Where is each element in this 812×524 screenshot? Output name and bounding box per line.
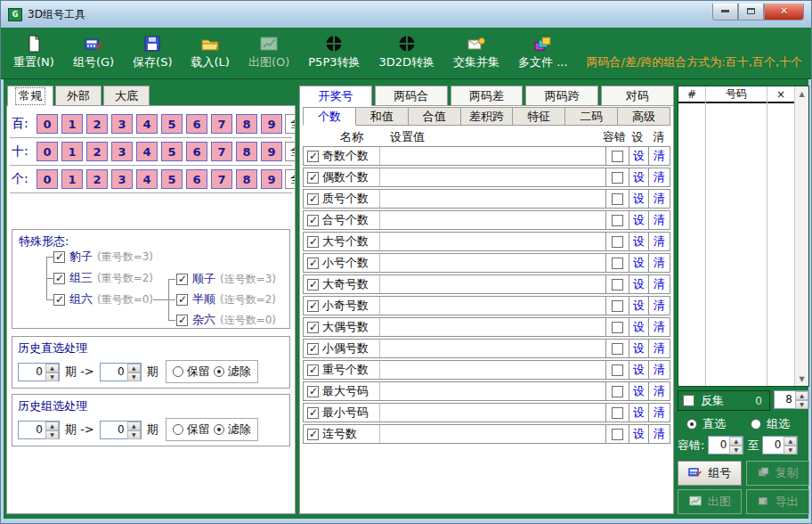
- tab-paired-code[interactable]: 对码: [601, 86, 674, 106]
- digit-button[interactable]: 4: [136, 169, 158, 189]
- digit-button[interactable]: 9: [261, 142, 282, 161]
- toolbar-multifile-button[interactable]: 多文件 ...: [518, 32, 568, 70]
- row-enable-checkbox[interactable]: [307, 386, 319, 397]
- digit-button[interactable]: 0: [37, 114, 58, 134]
- tab-feature[interactable]: 特征: [512, 107, 565, 126]
- row-enable-checkbox[interactable]: [307, 193, 319, 205]
- tab-dadi[interactable]: 大底: [103, 86, 150, 106]
- tab-two-code-span[interactable]: 两码跨: [525, 86, 598, 106]
- tolerance-checkbox[interactable]: [612, 407, 623, 419]
- row-enable-checkbox[interactable]: [307, 429, 319, 440]
- digit-button[interactable]: 2: [86, 114, 108, 134]
- select-all-dropdown[interactable]: 全 ▼: [285, 142, 296, 161]
- row-enable-checkbox[interactable]: [307, 236, 319, 248]
- minimize-button[interactable]: [712, 4, 738, 20]
- set-link[interactable]: 设: [629, 318, 648, 336]
- tolerance-checkbox[interactable]: [612, 236, 623, 248]
- clear-link[interactable]: 清: [648, 190, 670, 208]
- row-enable-checkbox[interactable]: [307, 172, 319, 184]
- digit-button[interactable]: 5: [161, 169, 183, 189]
- clear-link[interactable]: 清: [648, 211, 670, 229]
- close-button[interactable]: ✕: [764, 4, 804, 20]
- spinner-arrows-icon[interactable]: ▲▼: [127, 364, 141, 381]
- row-enable-checkbox[interactable]: [307, 364, 319, 376]
- tab-two-code-sum[interactable]: 两码合: [375, 86, 448, 106]
- tolerance-checkbox[interactable]: [612, 215, 623, 226]
- digit-button[interactable]: 6: [186, 142, 207, 161]
- tab-external[interactable]: 外部: [55, 86, 102, 106]
- digit-button[interactable]: 1: [61, 169, 83, 189]
- tolerance-checkbox[interactable]: [612, 279, 623, 291]
- toolbar-group-button[interactable]: 组号(G): [73, 32, 114, 70]
- clear-link[interactable]: 清: [648, 340, 670, 357]
- set-link[interactable]: 设: [629, 275, 648, 293]
- history-group-from-spinner[interactable]: 0 ▲▼: [18, 421, 60, 439]
- tab-count[interactable]: 个数: [303, 107, 356, 126]
- tab-normal[interactable]: 常规: [7, 86, 53, 106]
- history-direct-to-spinner[interactable]: 0 ▲▼: [100, 363, 142, 381]
- chart-button[interactable]: 出图: [678, 489, 742, 514]
- digit-button[interactable]: 3: [111, 142, 133, 161]
- toolbar-3d2d-button[interactable]: 3D2D转换: [379, 32, 435, 70]
- digit-button[interactable]: 3: [111, 169, 133, 189]
- set-link[interactable]: 设: [629, 361, 648, 379]
- toolbar-save-button[interactable]: 保存(S): [133, 32, 172, 70]
- set-link[interactable]: 设: [629, 168, 648, 186]
- clear-link[interactable]: 清: [648, 254, 670, 272]
- clear-link[interactable]: 清: [648, 233, 670, 250]
- clear-link[interactable]: 清: [648, 147, 670, 165]
- toolbar-chart-button[interactable]: 出图(O): [248, 32, 289, 70]
- maximize-button[interactable]: [738, 4, 764, 20]
- value-input[interactable]: [379, 254, 605, 272]
- clear-link[interactable]: 清: [648, 275, 670, 293]
- history-group-to-spinner[interactable]: 0 ▲▼: [100, 421, 142, 439]
- tab-sum-value[interactable]: 和值: [355, 107, 409, 126]
- digit-button[interactable]: 4: [136, 142, 158, 161]
- clear-link[interactable]: 清: [648, 318, 670, 336]
- digit-button[interactable]: 6: [186, 114, 207, 134]
- value-input[interactable]: [379, 382, 605, 400]
- set-link[interactable]: 设: [629, 340, 648, 357]
- tolerance-checkbox[interactable]: [612, 429, 623, 440]
- spinner-arrows-icon[interactable]: ▲▼: [45, 364, 59, 381]
- spinner-arrows-icon[interactable]: ▲▼: [45, 422, 59, 438]
- row-enable-checkbox[interactable]: [307, 322, 319, 333]
- history-direct-from-spinner[interactable]: 0 ▲▼: [18, 363, 60, 381]
- digit-button[interactable]: 9: [261, 114, 282, 134]
- value-input[interactable]: [379, 361, 605, 379]
- digit-button[interactable]: 0: [37, 169, 58, 189]
- value-input[interactable]: [379, 425, 605, 443]
- digit-button[interactable]: 4: [136, 114, 158, 134]
- clear-link[interactable]: 清: [648, 425, 670, 443]
- digit-button[interactable]: 7: [211, 169, 232, 189]
- row-enable-checkbox[interactable]: [307, 279, 319, 291]
- select-all-dropdown[interactable]: 全 ▼: [285, 169, 296, 189]
- spinner-arrows-icon[interactable]: ▲▼: [784, 437, 797, 454]
- clear-link[interactable]: 清: [648, 297, 670, 315]
- set-link[interactable]: 设: [629, 254, 648, 272]
- scroll-down-icon[interactable]: ▼: [795, 372, 808, 386]
- keep-radio[interactable]: [173, 366, 183, 377]
- export-button[interactable]: 导出: [746, 489, 810, 514]
- row-enable-checkbox[interactable]: [307, 151, 319, 162]
- set-link[interactable]: 设: [629, 297, 648, 315]
- tab-diff-prod-span[interactable]: 差积跨: [460, 107, 514, 126]
- set-link[interactable]: 设: [629, 147, 648, 165]
- filter-radio[interactable]: [214, 424, 224, 435]
- digit-button[interactable]: 6: [186, 169, 207, 189]
- direct-mode-radio[interactable]: [686, 419, 697, 430]
- tab-draw-number[interactable]: 开奖号: [299, 86, 372, 106]
- digit-button[interactable]: 3: [111, 114, 133, 134]
- shunzi-checkbox[interactable]: [176, 274, 188, 285]
- spinner-arrows-icon[interactable]: ▲▼: [729, 437, 743, 454]
- tolerance-checkbox[interactable]: [612, 151, 623, 162]
- tolerance-checkbox[interactable]: [612, 258, 623, 269]
- zuliu-checkbox[interactable]: [53, 294, 65, 306]
- row-enable-checkbox[interactable]: [307, 215, 319, 226]
- value-input[interactable]: [379, 318, 605, 336]
- filter-radio[interactable]: [214, 366, 224, 377]
- clear-link[interactable]: 清: [648, 404, 670, 422]
- scroll-up-icon[interactable]: ▲: [795, 86, 808, 101]
- tolerance-checkbox[interactable]: [612, 193, 623, 205]
- digit-button[interactable]: 1: [61, 114, 83, 134]
